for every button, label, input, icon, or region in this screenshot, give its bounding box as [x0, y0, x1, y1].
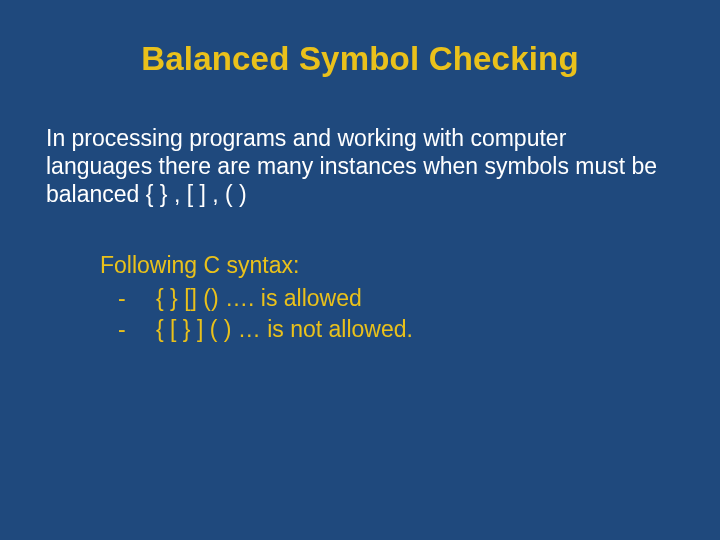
slide-title: Balanced Symbol Checking — [0, 0, 720, 106]
list-item: - { [ } ] ( ) … is not allowed. — [100, 314, 674, 345]
bullet-text: { } [] () …. is allowed — [156, 283, 674, 314]
bullet-text: { [ } ] ( ) … is not allowed. — [156, 314, 674, 345]
slide-body-text: In processing programs and working with … — [0, 106, 720, 208]
list-item: - { } [] () …. is allowed — [100, 283, 674, 314]
bullet-dash: - — [100, 314, 156, 345]
slide: Balanced Symbol Checking In processing p… — [0, 0, 720, 540]
sub-block: Following C syntax: - { } [] () …. is al… — [0, 208, 720, 345]
sub-heading: Following C syntax: — [100, 250, 674, 281]
bullet-dash: - — [100, 283, 156, 314]
